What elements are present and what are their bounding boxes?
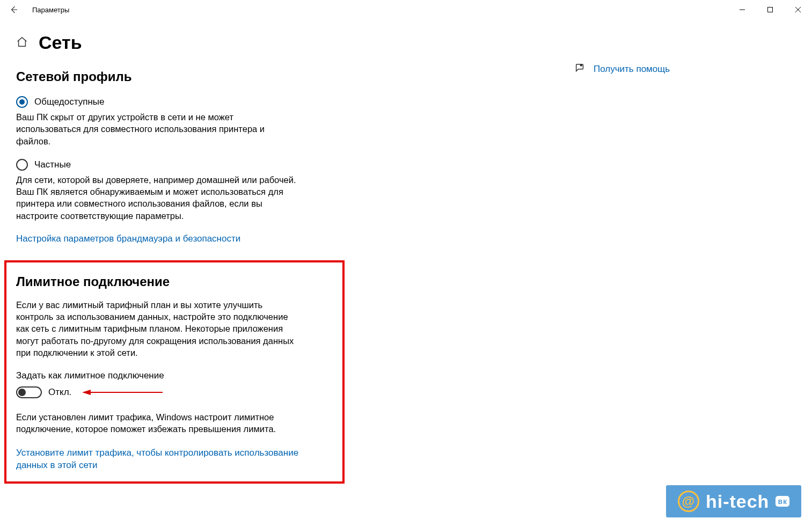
maximize-icon (767, 6, 773, 13)
back-button[interactable] (5, 1, 23, 18)
content-area: Сеть Сетевой профиль Общедоступные Ваш П… (0, 19, 812, 500)
watermark-badge: вк (776, 496, 789, 507)
main-column: Сеть Сетевой профиль Общедоступные Ваш П… (16, 32, 553, 484)
radio-private-label: Частные (34, 159, 71, 170)
window-controls (728, 0, 812, 19)
private-description: Для сети, которой вы доверяете, например… (16, 174, 301, 222)
watermark-text: hi-tech (706, 491, 769, 512)
metered-toggle-label: Задать как лимитное подключение (16, 370, 333, 381)
maximize-button[interactable] (756, 0, 784, 19)
annotation-arrow (82, 389, 163, 396)
watermark: @ hi-tech вк (666, 485, 801, 517)
svg-rect-2 (768, 8, 773, 12)
page-title: Сеть (39, 32, 82, 53)
metered-toggle-row: Откл. (16, 386, 333, 398)
watermark-at-icon: @ (678, 491, 699, 512)
get-help-link[interactable]: Получить помощь (594, 64, 670, 75)
help-chat-icon (574, 62, 586, 76)
radio-private[interactable]: Частные (16, 159, 553, 171)
home-icon[interactable] (16, 36, 28, 50)
firewall-settings-link[interactable]: Настройка параметров брандмауэра и безоп… (16, 233, 240, 244)
titlebar: Параметры (0, 0, 812, 19)
radio-icon (16, 159, 28, 171)
metered-info: Если установлен лимит трафика, Windows н… (16, 411, 301, 435)
toggle-knob-icon (18, 389, 26, 396)
metered-toggle-state: Откл. (48, 387, 71, 398)
minimize-icon (739, 6, 745, 13)
window-title: Параметры (32, 6, 69, 14)
radio-public[interactable]: Общедоступные (16, 96, 553, 108)
svg-point-7 (580, 64, 583, 67)
page-header: Сеть (16, 32, 553, 53)
help-sidebar: Получить помощь (574, 32, 670, 76)
metered-description: Если у вас лимитный тарифный план и вы х… (16, 299, 301, 359)
svg-marker-6 (82, 390, 91, 395)
public-description: Ваш ПК скрыт от других устройств в сети … (16, 111, 301, 147)
set-data-limit-link[interactable]: Установите лимит трафика, чтобы контроли… (16, 447, 301, 472)
close-button[interactable] (784, 0, 812, 19)
radio-icon (16, 96, 28, 108)
network-profile-heading: Сетевой профиль (16, 69, 553, 84)
metered-heading: Лимитное подключение (16, 274, 333, 289)
metered-highlight-box: Лимитное подключение Если у вас лимитный… (4, 260, 345, 484)
minimize-button[interactable] (728, 0, 756, 19)
close-icon (795, 6, 801, 13)
metered-toggle[interactable] (16, 386, 42, 398)
arrow-left-icon (9, 5, 19, 14)
help-row: Получить помощь (574, 62, 670, 76)
titlebar-left: Параметры (5, 1, 69, 18)
radio-public-label: Общедоступные (34, 97, 104, 107)
